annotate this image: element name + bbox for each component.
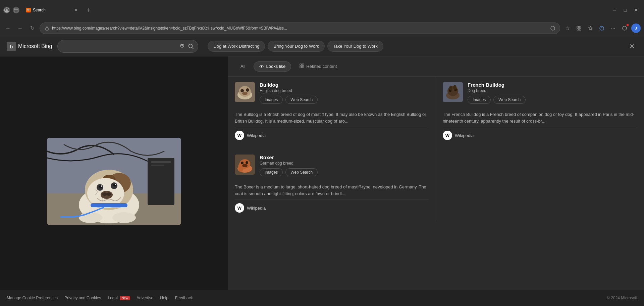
bulldog-websearch-btn[interactable]: Web Search (285, 96, 318, 104)
boxer-actions: Images Web Search (260, 168, 429, 176)
boxer-card: Boxer German dog breed Images Web Search (235, 155, 429, 181)
results-grid: Bulldog English dog breed Images Web Sea… (228, 77, 644, 221)
footer-legal-link[interactable]: Legal New (108, 296, 130, 300)
bulldog-card: Bulldog English dog breed Images Web Sea… (235, 82, 429, 108)
bing-header: b Microsoft Bing Dog at Work Dist (0, 36, 644, 56)
svg-point-51 (242, 92, 248, 95)
notification-dot (620, 24, 629, 33)
svg-point-40 (107, 192, 111, 196)
svg-rect-5 (577, 26, 579, 28)
camera-search-icon[interactable] (179, 43, 185, 50)
left-panel: ⊙ Visual Search (0, 56, 228, 306)
minimize-button[interactable]: ─ (610, 5, 619, 15)
bing-logo-svg: b (7, 42, 16, 51)
looks-like-icon: 👁 (259, 64, 264, 69)
address-bar-row: ← → ↻ https://www.bing.com/images/search… (0, 20, 644, 36)
svg-rect-2 (14, 8, 18, 12)
lock-icon (45, 26, 49, 31)
bulldog-info: Bulldog English dog breed Images Web Sea… (260, 82, 429, 104)
search-input[interactable] (62, 44, 176, 49)
bulldog-name: Bulldog (260, 82, 429, 88)
tab-favicon: 🔍 (26, 8, 31, 12)
svg-point-27 (112, 212, 136, 223)
footer-cookie-link[interactable]: Manage Cookie Preferences (7, 296, 58, 300)
footer-copyright: © 2024 Microsoft (607, 296, 637, 300)
bulldog-images-btn[interactable]: Images (260, 96, 283, 104)
forward-button[interactable]: → (15, 24, 25, 33)
result-french-bulldog: French Bulldog Dog breed Images Web Sear… (436, 77, 644, 149)
svg-rect-45 (302, 66, 304, 68)
bulldog-thumb-img (235, 82, 255, 102)
svg-point-36 (101, 185, 102, 187)
boxer-images-btn[interactable]: Images (260, 168, 283, 176)
bulldog-thumbnail (235, 82, 255, 102)
french-bulldog-name: French Bulldog (468, 82, 637, 88)
french-bulldog-actions: Images Web Search (468, 96, 637, 104)
tab-close-btn[interactable]: ✕ (73, 7, 78, 13)
browser-tab-mgr-icon[interactable] (13, 7, 19, 13)
related-chip-2[interactable]: Take Your Dog to Work (327, 41, 383, 52)
related-content-icon (300, 63, 304, 69)
svg-point-64 (246, 161, 248, 164)
browser-tab-search[interactable]: 🔍 Search ✕ (22, 5, 83, 15)
tab-looks-like[interactable]: 👁 Looks like (254, 61, 291, 72)
svg-point-37 (115, 184, 116, 185)
svg-rect-44 (300, 66, 302, 68)
french-bulldog-images-btn[interactable]: Images (468, 96, 491, 104)
svg-point-65 (242, 164, 248, 167)
browser-profile-icon[interactable] (3, 7, 10, 13)
svg-point-57 (449, 86, 452, 90)
new-tab-button[interactable]: + (84, 5, 93, 15)
svg-point-50 (246, 88, 249, 92)
french-bulldog-thumb-img (443, 82, 463, 102)
refresh-button[interactable]: ↻ (28, 24, 37, 33)
svg-rect-42 (300, 64, 302, 65)
svg-point-26 (79, 212, 102, 223)
svg-point-4 (551, 26, 555, 30)
footer-advertise-link[interactable]: Advertise (137, 296, 153, 300)
boxer-description: The Boxer is a medium to large, short-ha… (235, 181, 429, 200)
footer-privacy-link[interactable]: Privacy and Cookies (64, 296, 101, 300)
collections-icon[interactable] (574, 24, 584, 33)
french-bulldog-thumbnail (443, 82, 463, 102)
boxer-websearch-btn[interactable]: Web Search (285, 168, 318, 176)
boxer-wikipedia-link[interactable]: W Wikipedia (235, 200, 429, 216)
close-panel-button[interactable]: ✕ (627, 41, 637, 52)
french-bulldog-description: The French Bulldog is a French breed of … (443, 108, 637, 127)
bulldog-wikipedia-link[interactable]: W Wikipedia (235, 127, 429, 143)
wikipedia-icon-bulldog: W (235, 131, 244, 140)
french-bulldog-websearch-btn[interactable]: Web Search (493, 96, 526, 104)
svg-text:b: b (10, 44, 13, 49)
footer-help-link[interactable]: Help (160, 296, 168, 300)
bing-logo[interactable]: b Microsoft Bing (7, 42, 52, 51)
maximize-button[interactable]: □ (621, 5, 630, 15)
extensions-icon[interactable] (586, 24, 595, 33)
search-button[interactable] (188, 43, 194, 49)
profile-avatar[interactable]: J (631, 24, 641, 33)
legal-new-badge: New (120, 296, 130, 300)
copilot-icon[interactable] (597, 24, 606, 33)
tab-related-label: Related content (306, 64, 337, 69)
tab-all[interactable]: All (235, 61, 251, 71)
result-col2-empty (436, 149, 644, 221)
boxer-info: Boxer German dog breed Images Web Search (260, 155, 429, 176)
favorites-icon[interactable]: ☆ (563, 24, 572, 33)
search-box[interactable] (57, 40, 198, 53)
bulldog-actions: Images Web Search (260, 96, 429, 104)
french-bulldog-wikipedia-link[interactable]: W Wikipedia (443, 127, 637, 143)
back-button[interactable]: ← (3, 24, 13, 33)
related-chip-0[interactable]: Dog at Work Distracting (208, 41, 265, 52)
tab-related-content[interactable]: Related content (294, 61, 342, 72)
address-bar[interactable]: https://www.bing.com/images/search?view=… (40, 23, 560, 34)
svg-point-39 (102, 192, 107, 196)
right-panel[interactable]: All 👁 Looks like Related (228, 56, 644, 306)
wikipedia-icon-boxer: W (235, 203, 244, 213)
related-chip-1[interactable]: Bring Your Dog to Work (268, 41, 325, 52)
read-mode-icon (550, 26, 555, 31)
close-window-button[interactable]: ✕ (631, 5, 641, 15)
main-image-container (47, 138, 181, 225)
more-options-icon[interactable]: ··· (608, 24, 618, 33)
footer-feedback-link[interactable]: Feedback (175, 296, 193, 300)
svg-point-49 (240, 89, 244, 92)
boxer-subtitle: German dog breed (260, 161, 429, 166)
